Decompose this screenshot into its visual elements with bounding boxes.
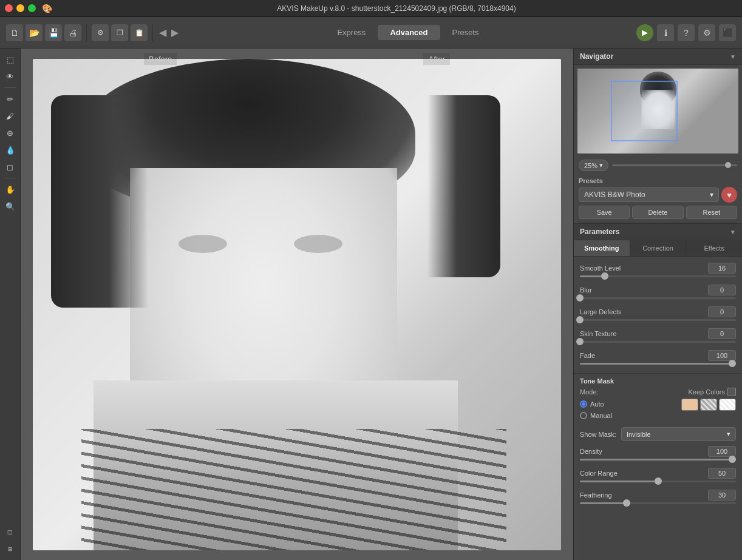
clone-tool[interactable]: ⊕ xyxy=(3,126,18,140)
batch-button[interactable]: ⚙ xyxy=(92,24,109,41)
close-button[interactable] xyxy=(5,4,13,12)
minimize-button[interactable] xyxy=(16,4,24,12)
titlebar-title: AKVIS MakeUp v.8.0 - shutterstock_212450… xyxy=(56,4,737,13)
swatch-check[interactable] xyxy=(700,399,717,411)
info-button[interactable]: ℹ xyxy=(657,24,674,41)
smooth-level-thumb[interactable] xyxy=(601,272,608,280)
zoom-tool[interactable]: 🔍 xyxy=(3,199,18,214)
preset-dropdown[interactable]: AKVIS B&W Photo ▾ xyxy=(579,187,719,202)
save-button[interactable]: 💾 xyxy=(45,24,62,41)
print-button[interactable]: 🖨 xyxy=(64,24,81,41)
undo-button[interactable]: ◀ xyxy=(159,27,166,38)
preset-dropdown-arrow: ▾ xyxy=(710,191,713,199)
blur-input[interactable] xyxy=(708,285,736,295)
redo-button[interactable]: ▶ xyxy=(171,27,179,38)
parameters-title: Parameters xyxy=(580,228,619,236)
navigator-thumbnail[interactable] xyxy=(577,69,738,153)
param-section: Smooth Level Blur xyxy=(574,257,742,373)
toolbar-sep-2 xyxy=(152,24,153,42)
auto-radio[interactable] xyxy=(580,400,587,408)
density-row: Density xyxy=(574,444,742,465)
fade-slider[interactable] xyxy=(580,363,736,365)
presets-label: Presets xyxy=(579,177,737,184)
param-tabs: Smoothing Correction Effects xyxy=(574,240,742,257)
color-range-slider[interactable] xyxy=(580,481,736,482)
feathering-slider[interactable] xyxy=(580,502,736,504)
fade-label: Fade xyxy=(580,352,595,359)
tab-advanced[interactable]: Advanced xyxy=(378,25,440,40)
view-before[interactable]: ◫ xyxy=(3,525,18,539)
density-slider[interactable] xyxy=(580,459,736,460)
show-mask-value: Invisible xyxy=(627,431,651,438)
large-defects-thumb[interactable] xyxy=(576,316,584,323)
show-mask-row: Show Mask: Invisible ▾ xyxy=(574,425,742,444)
dropper-tool[interactable]: 💧 xyxy=(3,143,18,157)
density-thumb[interactable] xyxy=(729,456,736,463)
presets-section: Presets AKVIS B&W Photo ▾ ♥ Save Delete … xyxy=(574,174,742,223)
smooth-level-slider[interactable] xyxy=(580,275,736,277)
swatch-light[interactable] xyxy=(719,399,736,411)
feathering-row: Feathering xyxy=(574,487,742,509)
blur-slider[interactable] xyxy=(580,297,736,299)
selection-tool[interactable]: ⬚ xyxy=(3,52,18,67)
preset-row: AKVIS B&W Photo ▾ ♥ xyxy=(579,187,737,203)
tab-express[interactable]: Express xyxy=(325,25,378,40)
smooth-level-input[interactable] xyxy=(708,263,736,274)
zoom-slider-thumb[interactable] xyxy=(725,162,731,168)
preset-delete-button[interactable]: Delete xyxy=(632,206,683,219)
navigator-collapse[interactable]: ▼ xyxy=(730,53,736,60)
brush-tool[interactable]: 🖌 xyxy=(3,109,18,123)
color-swatches xyxy=(681,399,736,411)
skin-texture-slider[interactable] xyxy=(580,341,736,343)
skin-texture-input[interactable] xyxy=(708,328,736,339)
right-panel: Navigator ▼ 25% ▾ xyxy=(573,49,742,560)
open-button[interactable]: 📂 xyxy=(26,24,43,41)
paste-button[interactable]: 📋 xyxy=(131,24,148,41)
blur-thumb[interactable] xyxy=(576,294,584,302)
view-split[interactable]: ⊞ xyxy=(3,542,18,556)
help-button[interactable]: ? xyxy=(678,24,695,41)
tab-correction[interactable]: Correction xyxy=(630,240,687,256)
plugin-button[interactable]: ⬛ xyxy=(719,24,736,41)
pencil-tool[interactable]: ✏ xyxy=(3,92,18,106)
fade-thumb[interactable] xyxy=(729,360,736,367)
tone-mask-title: Tone Mask xyxy=(580,377,736,385)
large-defects-input[interactable] xyxy=(708,306,736,317)
preset-reset-button[interactable]: Reset xyxy=(686,206,737,219)
swatch-skin[interactable] xyxy=(681,399,698,411)
large-defects-slider[interactable] xyxy=(580,319,736,321)
color-range-fill xyxy=(580,481,658,482)
show-mask-dropdown[interactable]: Invisible ▾ xyxy=(621,427,736,441)
tab-smoothing[interactable]: Smoothing xyxy=(574,240,630,256)
feathering-thumb[interactable] xyxy=(623,499,630,507)
favorite-button[interactable]: ♥ xyxy=(721,187,737,203)
keep-colors-checkbox[interactable] xyxy=(727,388,736,396)
tab-presets[interactable]: Presets xyxy=(440,25,491,40)
run-button[interactable]: ▶ xyxy=(636,24,653,41)
zoom-value-button[interactable]: 25% ▾ xyxy=(579,160,608,171)
eye-tool[interactable]: 👁 xyxy=(3,69,18,84)
zoom-dropdown-arrow: ▾ xyxy=(599,161,603,169)
skin-texture-thumb[interactable] xyxy=(576,338,584,345)
feathering-input[interactable] xyxy=(708,490,736,501)
color-range-label: Color Range xyxy=(580,470,618,477)
eraser-tool[interactable]: ◻ xyxy=(3,160,18,174)
copy-button[interactable]: ❐ xyxy=(111,24,128,41)
parameters-header: Parameters ▼ xyxy=(574,223,742,240)
pan-tool[interactable]: ✋ xyxy=(3,182,18,197)
color-range-input[interactable] xyxy=(708,468,736,479)
maximize-button[interactable] xyxy=(28,4,36,12)
color-range-thumb[interactable] xyxy=(655,477,662,485)
new-button[interactable]: 🗋 xyxy=(6,24,23,41)
preset-selected: AKVIS B&W Photo xyxy=(584,191,645,199)
zoom-slider[interactable] xyxy=(612,164,737,166)
toolbar-sep-1 xyxy=(86,24,87,42)
settings-button[interactable]: ⚙ xyxy=(698,24,715,41)
parameters-collapse[interactable]: ▼ xyxy=(730,229,736,235)
manual-radio[interactable] xyxy=(580,412,587,419)
preset-save-button[interactable]: Save xyxy=(579,206,630,219)
blur-label: Blur xyxy=(580,286,592,294)
feathering-label-row: Feathering xyxy=(580,490,736,501)
tone-mask-section: Tone Mask Mode: Keep Colors Auto xyxy=(574,373,742,425)
tab-effects[interactable]: Effects xyxy=(686,240,742,256)
